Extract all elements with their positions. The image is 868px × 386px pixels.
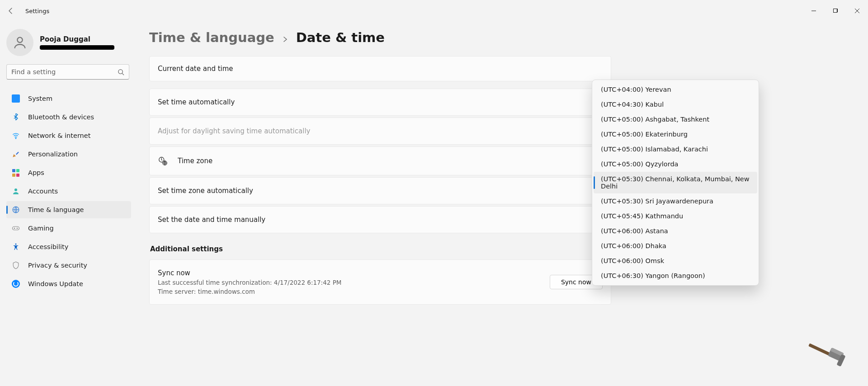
profile-name: Pooja Duggal — [40, 35, 114, 43]
sidebar-item-bluetooth[interactable]: Bluetooth & devices — [6, 108, 131, 126]
svg-point-10 — [15, 244, 17, 245]
window-controls — [803, 4, 868, 18]
sync-server: Time server: time.windows.com — [158, 288, 341, 295]
sync-last: Last successful time synchronization: 4/… — [158, 279, 341, 286]
sidebar-item-label: Bluetooth & devices — [28, 113, 94, 121]
card-current-datetime[interactable]: Current date and time — [149, 56, 611, 81]
card-set-tz-auto[interactable]: Set time zone automatically — [149, 177, 611, 204]
search-box[interactable] — [6, 64, 129, 80]
sidebar-item-label: Accounts — [28, 188, 58, 195]
card-title: Set time automatically — [158, 98, 235, 106]
accounts-icon — [12, 187, 20, 195]
sidebar-item-label: System — [28, 95, 52, 102]
profile-email-redacted — [40, 45, 114, 50]
time-language-icon — [12, 206, 20, 214]
sidebar-item-update[interactable]: Windows Update — [6, 275, 131, 292]
svg-rect-0 — [834, 9, 837, 13]
card-title: Time zone — [178, 157, 212, 165]
timezone-option[interactable]: (UTC+05:30) Sri Jayawardenepura — [594, 194, 757, 208]
sidebar-item-label: Personalization — [28, 151, 78, 158]
timezone-option[interactable]: (UTC+05:00) Islamabad, Karachi — [594, 142, 757, 156]
apps-icon — [12, 169, 20, 177]
timezone-option[interactable]: (UTC+06:00) Astana — [594, 224, 757, 238]
watermark-hammer-icon — [803, 337, 848, 367]
timezone-option[interactable]: (UTC+06:30) Yangon (Rangoon) — [594, 268, 757, 283]
timezone-option[interactable]: (UTC+05:00) Ekaterinburg — [594, 127, 757, 141]
timezone-option[interactable]: (UTC+04:30) Kabul — [594, 97, 757, 112]
timezone-option[interactable]: (UTC+05:30) Chennai, Kolkata, Mumbai, Ne… — [594, 172, 757, 193]
globe-clock-icon — [158, 156, 168, 166]
accessibility-icon — [12, 243, 20, 251]
breadcrumb-current: Date & time — [296, 30, 385, 45]
wifi-icon — [12, 132, 20, 140]
timezone-option[interactable]: (UTC+04:00) Yerevan — [594, 82, 757, 97]
sidebar-item-label: Time & language — [28, 206, 84, 213]
svg-point-5 — [14, 188, 17, 191]
card-dst-auto: Adjust for daylight saving time automati… — [149, 118, 611, 145]
close-button[interactable] — [846, 4, 868, 18]
search-icon — [118, 69, 124, 75]
sidebar-item-personalization[interactable]: Personalization — [6, 146, 131, 163]
card-timezone[interactable]: Time zone — [149, 146, 611, 175]
svg-point-4 — [15, 138, 16, 139]
timezone-dropdown[interactable]: (UTC+04:00) Yerevan(UTC+04:30) Kabul(UTC… — [592, 80, 759, 286]
sidebar-item-apps[interactable]: Apps — [6, 164, 131, 181]
sidebar-nav: System Bluetooth & devices Network & int… — [4, 89, 134, 293]
profile[interactable]: Pooja Duggal — [4, 25, 134, 64]
sidebar-item-gaming[interactable]: Gaming — [6, 220, 131, 237]
breadcrumb-parent[interactable]: Time & language — [149, 30, 274, 45]
sidebar-item-system[interactable]: System — [6, 90, 131, 107]
card-set-time-auto[interactable]: Set time automatically — [149, 89, 611, 116]
sidebar-item-label: Gaming — [28, 225, 54, 232]
breadcrumb: Time & language Date & time — [149, 30, 850, 45]
timezone-option[interactable]: (UTC+05:45) Kathmandu — [594, 209, 757, 223]
card-sync-now: Sync now Last successful time synchroniz… — [149, 259, 611, 305]
avatar — [6, 29, 33, 56]
sidebar-item-accessibility[interactable]: Accessibility — [6, 238, 131, 255]
maximize-button[interactable] — [825, 4, 846, 18]
card-title: Set the date and time manually — [158, 216, 265, 224]
sidebar-item-time-language[interactable]: Time & language — [6, 201, 131, 218]
system-icon — [12, 94, 20, 103]
card-title: Adjust for daylight saving time automati… — [158, 127, 310, 135]
timezone-option[interactable]: (UTC+06:00) Omsk — [594, 254, 757, 268]
svg-point-8 — [14, 228, 15, 229]
svg-rect-7 — [13, 226, 19, 230]
minimize-button[interactable] — [803, 4, 825, 18]
card-title: Current date and time — [158, 65, 233, 73]
sidebar-item-network[interactable]: Network & internet — [6, 127, 131, 144]
search-input[interactable] — [11, 68, 118, 75]
content: Time & language Date & time Current date… — [136, 22, 868, 386]
gaming-icon — [12, 224, 20, 232]
svg-point-2 — [17, 38, 22, 42]
chevron-right-icon — [283, 37, 288, 42]
sync-title: Sync now — [158, 269, 341, 277]
card-title: Set time zone automatically — [158, 187, 253, 195]
back-button[interactable] — [0, 7, 22, 14]
sidebar: Pooja Duggal System Bluetooth & devices — [0, 22, 136, 386]
sidebar-item-label: Privacy & security — [28, 262, 87, 269]
sidebar-item-privacy[interactable]: Privacy & security — [6, 257, 131, 274]
svg-point-3 — [118, 69, 123, 73]
sidebar-item-label: Apps — [28, 169, 44, 176]
bluetooth-icon — [12, 113, 20, 121]
timezone-option[interactable]: (UTC+05:00) Ashgabat, Tashkent — [594, 112, 757, 127]
privacy-icon — [12, 261, 20, 269]
card-set-manual[interactable]: Set the date and time manually — [149, 206, 611, 233]
sidebar-item-label: Accessibility — [28, 243, 68, 250]
sidebar-item-accounts[interactable]: Accounts — [6, 183, 131, 200]
svg-point-9 — [17, 228, 18, 229]
personalization-icon — [12, 150, 20, 158]
window-title: Settings — [22, 8, 49, 14]
sidebar-item-label: Network & internet — [28, 132, 90, 139]
timezone-option[interactable]: (UTC+06:00) Dhaka — [594, 239, 757, 253]
windows-update-icon — [12, 280, 20, 288]
timezone-option[interactable]: (UTC+05:00) Qyzylorda — [594, 157, 757, 171]
titlebar: Settings — [0, 0, 868, 22]
sidebar-item-label: Windows Update — [28, 280, 83, 287]
